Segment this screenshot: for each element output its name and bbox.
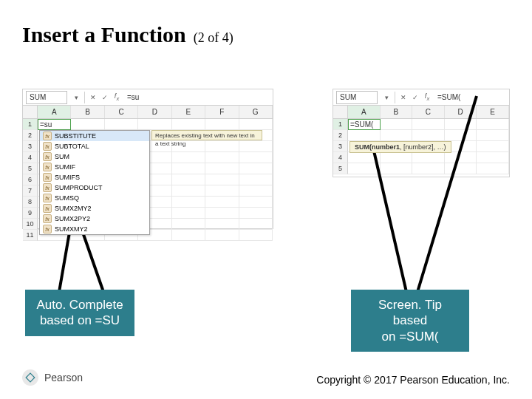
brand: Pearson <box>22 369 83 386</box>
row-header: 4 <box>23 152 38 163</box>
autocomplete-item: fxSUMIF <box>40 162 149 172</box>
autocomplete-item: fxSUMIFS <box>40 172 149 183</box>
row-header: 6 <box>23 174 38 185</box>
row-header: 1 <box>333 119 348 130</box>
screenshot-screentip: SUM ▾ ✕ ✓ fx =SUM( A B C D E 1=SUM( 2 3 … <box>332 89 510 177</box>
cancel-icon: ✕ <box>398 92 409 103</box>
cell-A1: =SUM( <box>348 119 381 130</box>
slide-title: Insert a Function (2 of 4) <box>22 22 233 47</box>
row-header: 11 <box>23 230 38 241</box>
accept-icon: ✓ <box>100 92 110 103</box>
autocomplete-item: fxSUMX2PY2 <box>40 214 149 224</box>
dropdown-icon: ▾ <box>71 92 81 103</box>
col-header: E <box>477 106 509 118</box>
function-icon: fx <box>43 163 52 171</box>
row-header: 1 <box>23 119 38 130</box>
col-header: D <box>138 106 171 118</box>
dropdown-icon: ▾ <box>381 92 392 103</box>
pearson-logo-icon <box>22 369 38 386</box>
autocomplete-item: fxSUM <box>40 151 149 162</box>
row-header: 5 <box>333 163 348 174</box>
column-headers: A B C D E <box>333 106 509 119</box>
autocomplete-list: fxSUBSTITUTE fxSUBTOTAL fxSUM fxSUMIF fx… <box>39 130 150 235</box>
function-icon: fx <box>43 173 52 182</box>
title-progress: (2 of 4) <box>194 30 233 45</box>
formula-bar: SUM ▾ ✕ ✓ fx =SUM( <box>333 89 509 106</box>
fx-icon: fx <box>112 92 122 103</box>
formula-bar: SUM ▾ ✕ ✓ fx =su <box>23 89 273 106</box>
col-header: C <box>105 106 138 118</box>
col-header: A <box>38 106 71 118</box>
function-icon: fx <box>43 225 52 233</box>
autocomplete-item: fxSUMXMY2 <box>40 224 149 234</box>
col-header: D <box>445 106 477 118</box>
title-main: Insert a Function <box>22 22 186 47</box>
col-header: C <box>412 106 445 118</box>
callout-screentip: Screen. Tip based on =SUM( <box>351 290 469 352</box>
name-box: SUM <box>336 91 378 104</box>
col-header: B <box>71 106 104 118</box>
row-header: 5 <box>23 163 38 174</box>
row-header: 7 <box>23 185 38 197</box>
accept-icon: ✓ <box>410 92 420 103</box>
function-icon: fx <box>43 214 52 223</box>
screentip: SUM(number1, [number2], …) <box>349 141 451 153</box>
autocomplete-item: fxSUBSTITUTE <box>40 131 149 141</box>
fx-icon: fx <box>422 92 432 103</box>
col-header: E <box>172 106 205 118</box>
separator <box>395 92 395 103</box>
autocomplete-item: fxSUBTOTAL <box>40 141 149 151</box>
row-header: 3 <box>333 141 348 152</box>
col-header: A <box>348 106 381 118</box>
autocomplete-item: fxSUMSQ <box>40 193 149 203</box>
autocomplete-description: Replaces existing text with new text in … <box>151 130 262 140</box>
function-icon: fx <box>43 194 52 202</box>
autocomplete-item: fxSUMX2MY2 <box>40 203 149 214</box>
function-icon: fx <box>43 152 52 161</box>
screenshot-autocomplete: SUM ▾ ✕ ✓ fx =su A B C D E F G 1=su 2 3 … <box>22 89 273 229</box>
formula-input: =su <box>123 93 273 101</box>
function-icon: fx <box>43 142 52 151</box>
row-header: 2 <box>23 130 38 141</box>
row-header: 9 <box>23 208 38 219</box>
function-icon: fx <box>43 132 52 140</box>
col-header: G <box>239 106 273 118</box>
row-header: 10 <box>23 219 38 230</box>
row-header: 8 <box>23 197 38 208</box>
cell-A1: =su <box>38 119 71 130</box>
row-header: 2 <box>333 130 348 141</box>
separator <box>84 92 85 103</box>
autocomplete-item: fxSUMPRODUCT <box>40 183 149 193</box>
col-header: F <box>205 106 239 118</box>
cancel-icon: ✕ <box>88 92 98 103</box>
col-header: B <box>381 106 413 118</box>
callout-autocomplete: Auto. Complete based on =SU <box>25 290 134 336</box>
function-icon: fx <box>43 183 52 192</box>
function-icon: fx <box>43 204 52 213</box>
formula-input: =SUM( <box>433 93 509 101</box>
row-header: 4 <box>333 152 348 163</box>
column-headers: A B C D E F G <box>23 106 273 119</box>
copyright: Copyright © 2017 Pearson Education, Inc. <box>316 374 510 386</box>
brand-name: Pearson <box>44 372 83 383</box>
name-box: SUM <box>26 91 67 104</box>
row-header: 3 <box>23 141 38 152</box>
